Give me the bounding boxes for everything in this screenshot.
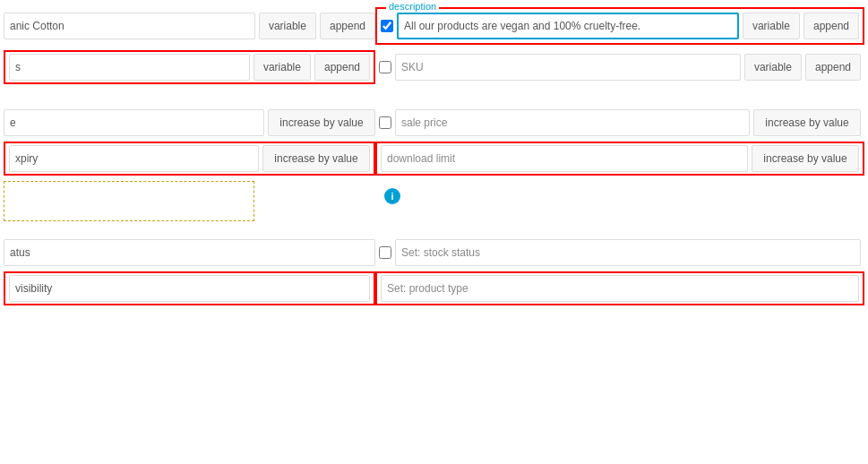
- section-gap-2: [0, 227, 868, 239]
- expiry-input[interactable]: [9, 145, 259, 172]
- stock-status-checkbox[interactable]: [379, 246, 391, 259]
- stock-status-input[interactable]: [395, 239, 861, 266]
- s-input[interactable]: [9, 54, 250, 81]
- price-input[interactable]: [4, 109, 264, 136]
- increase-by-value-price[interactable]: increase by value: [268, 109, 375, 136]
- description-label: description: [386, 1, 439, 12]
- increase-by-value-sale[interactable]: increase by value: [753, 109, 861, 136]
- product-type-input[interactable]: [381, 275, 859, 302]
- description-checkbox[interactable]: [381, 20, 393, 32]
- organic-cotton-input[interactable]: [4, 13, 255, 39]
- variable-button-2[interactable]: variable: [254, 54, 311, 81]
- increase-by-value-download[interactable]: increase by value: [752, 145, 859, 172]
- sku-checkbox[interactable]: [379, 61, 391, 73]
- download-limit-input[interactable]: [381, 145, 748, 172]
- status-input[interactable]: [4, 239, 375, 266]
- increase-by-value-expiry[interactable]: increase by value: [262, 145, 370, 172]
- page: variable append description variable app…: [0, 0, 868, 305]
- dotted-placeholder-box: [4, 181, 254, 221]
- variable-button-desc[interactable]: variable: [743, 13, 800, 39]
- append-button-1[interactable]: append: [320, 13, 375, 39]
- variable-button-sku[interactable]: variable: [744, 54, 802, 81]
- variable-button-1[interactable]: variable: [259, 13, 316, 39]
- info-icon[interactable]: i: [384, 188, 400, 204]
- append-button-desc[interactable]: append: [804, 13, 859, 39]
- append-button-2[interactable]: append: [314, 54, 370, 81]
- section-gap-1: [0, 90, 868, 109]
- description-input[interactable]: [397, 13, 739, 39]
- sale-price-checkbox[interactable]: [379, 116, 391, 129]
- sku-input[interactable]: [395, 54, 741, 81]
- append-button-sku[interactable]: append: [805, 54, 861, 81]
- sale-price-input[interactable]: [395, 109, 750, 136]
- visibility-input[interactable]: [9, 275, 370, 302]
